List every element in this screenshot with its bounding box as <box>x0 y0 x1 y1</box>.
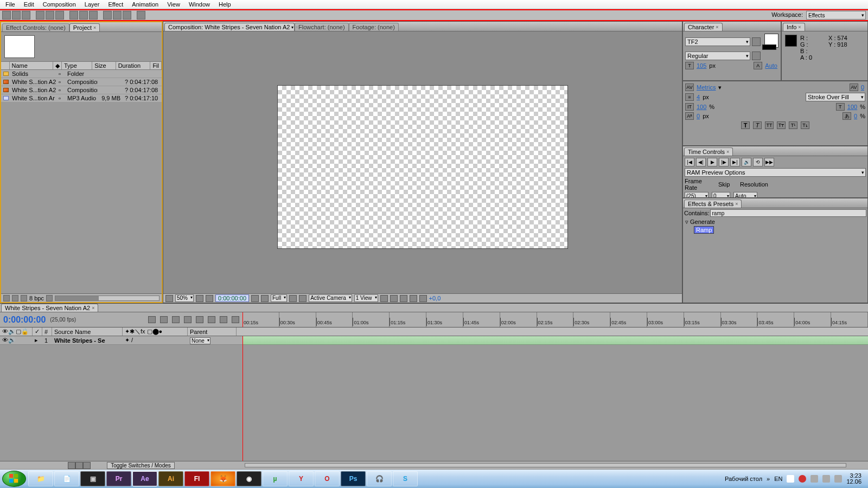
brush-tool-icon[interactable] <box>103 11 112 20</box>
fast-preview-icon[interactable] <box>390 295 398 302</box>
taskbar-aftereffects-icon[interactable]: Ae <box>132 471 157 486</box>
taskbar-explorer-icon[interactable]: 📁 <box>28 471 53 486</box>
tray-network-icon[interactable] <box>822 475 830 483</box>
show-desktop-label[interactable]: Рабочий стол <box>725 476 762 482</box>
parent-select[interactable]: None <box>190 337 210 344</box>
tab-footage[interactable]: Footage: (none) <box>349 23 399 31</box>
col-duration[interactable]: Duration <box>116 62 151 69</box>
col-type[interactable]: Type <box>62 62 92 69</box>
new-folder-icon[interactable] <box>12 295 18 301</box>
taskbar-illustrator-icon[interactable]: Ai <box>158 471 183 486</box>
effects-item-ramp[interactable]: Ramp <box>694 226 714 234</box>
toggle-bracket-icon[interactable] <box>83 462 91 469</box>
col-source-name[interactable]: Source Name <box>52 328 123 336</box>
taskbar-yandex-icon[interactable]: Y <box>289 471 314 486</box>
transparency-icon[interactable] <box>299 295 307 302</box>
faux-italic-icon[interactable]: T <box>753 121 762 129</box>
taskbar-aimp-icon[interactable]: 🎧 <box>367 471 392 486</box>
new-comp-icon[interactable] <box>21 295 27 301</box>
leading-value[interactable]: Auto <box>764 62 778 69</box>
search-icon[interactable] <box>148 316 156 323</box>
timeline-tab[interactable]: White Stripes - Seven Nation A2× <box>1 304 98 312</box>
preview-resolution-select[interactable]: Auto <box>733 192 757 197</box>
menu-effect[interactable]: Effect <box>104 1 127 8</box>
smallcaps-icon[interactable]: Tᴛ <box>777 121 786 129</box>
stroke-mode-select[interactable]: Stroke Over Fill <box>806 93 865 101</box>
loop-button[interactable]: ⟲ <box>753 158 763 166</box>
last-frame-button[interactable]: ▶| <box>730 158 740 166</box>
camera-tool-icon[interactable] <box>46 11 54 20</box>
delete-icon[interactable] <box>46 295 53 301</box>
taskbar-skype-icon[interactable]: S <box>393 471 418 486</box>
exposure-value[interactable]: +0,0 <box>429 295 441 301</box>
snapshot-icon[interactable] <box>251 295 259 302</box>
tray-action-center-icon[interactable] <box>787 475 794 483</box>
stroke-color-swatch[interactable] <box>762 44 776 50</box>
system-clock[interactable]: 3:2312.06 <box>846 473 861 485</box>
channel-icon[interactable] <box>261 295 269 302</box>
skip-select[interactable]: 0 <box>712 192 730 197</box>
draft3d-icon[interactable] <box>172 316 180 323</box>
project-item[interactable]: White S...tion A2▫Composition? 0:04:17:0… <box>1 78 162 86</box>
motion-blur-icon[interactable] <box>208 316 215 323</box>
interpret-footage-icon[interactable] <box>3 295 10 301</box>
tray-volume-icon[interactable] <box>810 475 818 483</box>
grid-icon[interactable] <box>196 295 203 302</box>
superscript-icon[interactable]: T¹ <box>789 121 797 129</box>
next-frame-button[interactable]: |▶ <box>719 158 729 166</box>
comp-flowchart-icon[interactable] <box>410 295 417 302</box>
font-size-value[interactable]: 105 <box>695 62 707 69</box>
tab-time-controls[interactable]: Time Controls× <box>684 147 733 156</box>
timeline-current-time[interactable]: 0:00:00:00 <box>3 315 46 325</box>
reset-exposure-icon[interactable] <box>419 295 427 302</box>
frame-blend-icon[interactable] <box>196 316 203 323</box>
close-icon[interactable]: × <box>726 149 729 155</box>
menu-view[interactable]: View <box>163 1 184 8</box>
zoom-tool-icon[interactable] <box>22 11 30 20</box>
audio-button[interactable]: 🔊 <box>742 158 751 166</box>
menu-help[interactable]: Help <box>214 1 235 8</box>
workspace-select[interactable]: Effects <box>806 11 866 20</box>
taskbar-utorrent-icon[interactable]: µ <box>263 471 288 486</box>
project-item[interactable]: White S...tion Ar▫MP3 Audio9,9 MB? 0:04:… <box>1 94 162 102</box>
effects-search-input[interactable] <box>710 209 866 217</box>
layer-duration-bar[interactable] <box>242 336 868 345</box>
timeline-layer-row[interactable]: 👁🔊 ▸ 1 White Stripes - Se ✦ / None <box>0 336 868 345</box>
composition-viewport[interactable] <box>163 31 682 303</box>
taskbar-firefox-icon[interactable]: 🦊 <box>210 471 235 486</box>
hscale-value[interactable]: 100 <box>846 104 858 110</box>
graph-editor-icon[interactable] <box>232 316 239 323</box>
eraser-tool-icon[interactable] <box>123 11 131 20</box>
font-style-select[interactable]: Regular <box>685 52 750 60</box>
bpc-label[interactable]: 8 bpc <box>29 295 44 301</box>
tray-power-icon[interactable] <box>799 475 806 483</box>
frame-rate-select[interactable]: (25) <box>685 192 709 197</box>
project-item[interactable]: Solids▫Folder <box>1 70 162 78</box>
timeline-ruler[interactable]: 00:15s00:30s00:45s01:00s01:15s01:30s01:4… <box>242 312 868 327</box>
vscale-value[interactable]: 100 <box>695 104 707 110</box>
play-button[interactable]: ▶ <box>707 158 717 166</box>
col-size[interactable]: Size <box>92 62 116 69</box>
kerning-value[interactable]: Metrics <box>695 84 717 91</box>
tray-chevron-icon[interactable]: » <box>767 476 770 482</box>
type-tool-icon[interactable] <box>89 11 98 20</box>
taskbar-opera-icon[interactable]: O <box>315 471 340 486</box>
brainstorm-icon[interactable] <box>220 316 227 323</box>
ram-preview-options-select[interactable]: RAM Preview Options <box>685 168 866 177</box>
menu-edit[interactable]: Edit <box>20 1 39 8</box>
tab-composition[interactable]: Composition: White Stripes - Seven Natio… <box>164 23 295 31</box>
current-time-display[interactable]: 0:00:00:00 <box>215 294 249 302</box>
tab-flowchart[interactable]: Flowchart: (none) <box>295 23 349 31</box>
prev-frame-button[interactable]: ◀| <box>696 158 706 166</box>
timeline-zoom-slider[interactable] <box>245 463 846 467</box>
comp-mini-flow-icon[interactable] <box>160 316 168 323</box>
toggle-switch-icon2[interactable] <box>75 462 83 469</box>
selection-tool-icon[interactable] <box>2 11 11 20</box>
tab-character[interactable]: Character× <box>684 23 723 31</box>
magnify-icon[interactable] <box>165 295 173 302</box>
toggle-switches-modes-button[interactable]: Toggle Switches / Modes <box>107 462 175 469</box>
close-icon[interactable]: × <box>798 24 801 30</box>
menu-animation[interactable]: Animation <box>127 1 163 8</box>
eyedropper-icon[interactable] <box>752 37 761 46</box>
language-indicator[interactable]: EN <box>774 476 782 482</box>
